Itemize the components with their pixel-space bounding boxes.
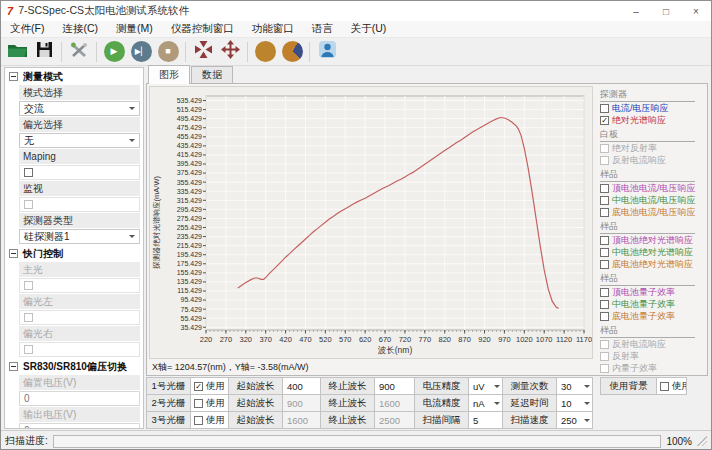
value-input[interactable]: 0: [19, 391, 140, 406]
checkbox[interactable]: [24, 313, 33, 322]
checkbox[interactable]: [600, 208, 609, 217]
menu-item-0[interactable]: 文件(F): [1, 22, 53, 36]
menu-item-6[interactable]: 关于(U): [342, 22, 396, 36]
checkbox-row[interactable]: [19, 342, 140, 357]
checkbox-row[interactable]: [19, 165, 140, 180]
save-button[interactable]: [32, 40, 56, 64]
checkbox[interactable]: [194, 416, 203, 425]
checkbox[interactable]: [600, 288, 609, 297]
checkbox[interactable]: [600, 104, 609, 113]
collapse-icon[interactable]: [9, 362, 18, 371]
start-run-button[interactable]: ▶: [102, 40, 126, 64]
start-wavelength-value[interactable]: 400: [282, 377, 321, 395]
grating-use-toggle[interactable]: 使用: [190, 411, 229, 429]
series-toggle-2-0[interactable]: 顶电池电流/电压响应: [600, 183, 703, 194]
checkbox[interactable]: [600, 300, 609, 309]
menu-item-3[interactable]: 仪器控制窗口: [162, 22, 243, 36]
series-toggle-4-1[interactable]: 中电池量子效率: [600, 299, 703, 310]
checkbox-row[interactable]: [19, 197, 140, 212]
end-wavelength-value[interactable]: 1600: [374, 394, 415, 412]
grating-use-toggle[interactable]: ✓使用: [190, 377, 229, 395]
background-use-toggle[interactable]: 使用: [656, 377, 687, 395]
user-account-button[interactable]: [315, 40, 339, 64]
dropdown-select[interactable]: 交流: [19, 101, 140, 116]
resize-grip-icon[interactable]: [697, 436, 707, 446]
param2-value[interactable]: 10: [556, 394, 593, 412]
series-toggle-1-1[interactable]: 反射电流响应: [600, 155, 703, 166]
checkbox[interactable]: [600, 260, 609, 269]
svg-text:115.429: 115.429: [177, 287, 202, 294]
checkbox[interactable]: [600, 156, 609, 165]
checkbox[interactable]: [660, 382, 669, 391]
series-toggle-3-1[interactable]: 中电池绝对光谱响应: [600, 247, 703, 258]
checkbox[interactable]: [24, 168, 33, 177]
checkbox[interactable]: [600, 236, 609, 245]
checkbox[interactable]: [600, 184, 609, 193]
settings-tools-button[interactable]: [67, 40, 91, 64]
dropdown-select[interactable]: 无: [19, 133, 140, 148]
end-wavelength-value[interactable]: 2500: [374, 411, 415, 429]
checkbox[interactable]: [24, 345, 33, 354]
param1-value[interactable]: 5: [468, 411, 503, 429]
tab-data[interactable]: 数据: [191, 66, 233, 84]
checkbox[interactable]: ✓: [600, 116, 609, 125]
series-toggle-2-2[interactable]: 底电池电流/电压响应: [600, 207, 703, 218]
close-button[interactable]: ×: [681, 1, 711, 21]
series-toggle-3-2[interactable]: 底电池绝对光谱响应: [600, 259, 703, 270]
checkbox[interactable]: [600, 312, 609, 321]
value-input[interactable]: 0: [19, 423, 140, 429]
series-toggle-5-1[interactable]: 反射率: [600, 351, 703, 362]
series-toggle-4-2[interactable]: 底电池量子效率: [600, 311, 703, 322]
end-wavelength-value[interactable]: 900: [374, 377, 415, 395]
svg-text:475.429: 475.429: [177, 124, 202, 131]
series-toggle-2-1[interactable]: 中电池电流/电压响应: [600, 195, 703, 206]
checkbox-group-title-3: 样品: [600, 220, 695, 234]
grating-use-toggle[interactable]: 使用: [190, 394, 229, 412]
checkbox[interactable]: ✓: [194, 382, 203, 391]
menu-item-4[interactable]: 功能窗口: [243, 22, 303, 36]
checkbox[interactable]: [600, 364, 609, 373]
series-toggle-5-2[interactable]: 内量子效率: [600, 363, 703, 374]
stop-run-button[interactable]: ■: [156, 40, 180, 64]
menu-item-1[interactable]: 连接(C): [53, 22, 107, 36]
menu-item-2[interactable]: 测量(M): [107, 22, 162, 36]
collapse-icon[interactable]: [9, 72, 18, 81]
section-header-2[interactable]: SR830/SR810偏压切换: [5, 358, 143, 375]
pie-chart-button[interactable]: [280, 40, 304, 64]
move-arrows-button[interactable]: [218, 40, 242, 64]
checkbox[interactable]: [600, 196, 609, 205]
checkbox-row[interactable]: [19, 278, 140, 293]
section-header-1[interactable]: 快门控制: [5, 245, 143, 262]
series-toggle-4-0[interactable]: 顶电池量子效率: [600, 287, 703, 298]
checkbox[interactable]: [24, 281, 33, 290]
checkbox[interactable]: [24, 200, 33, 209]
maximize-button[interactable]: □: [651, 1, 681, 21]
series-toggle-1-0[interactable]: 绝对反射率: [600, 143, 703, 154]
start-wavelength-value[interactable]: 900: [282, 394, 321, 412]
series-toggle-5-0[interactable]: 反射电流响应: [600, 339, 703, 350]
dropdown-select[interactable]: 硅探测器1: [19, 229, 140, 244]
checkbox-row[interactable]: [19, 310, 140, 325]
center-arrows-button[interactable]: [191, 40, 215, 64]
led-indicator-button[interactable]: [253, 40, 277, 64]
open-file-button[interactable]: [5, 40, 29, 64]
start-wavelength-value[interactable]: 1600: [282, 411, 321, 429]
step-run-button[interactable]: ▶▏: [129, 40, 153, 64]
series-toggle-0-1[interactable]: ✓绝对光谱响应: [600, 115, 703, 126]
param2-value[interactable]: 250: [556, 411, 593, 429]
checkbox[interactable]: [194, 399, 203, 408]
series-toggle-3-0[interactable]: 顶电池绝对光谱响应: [600, 235, 703, 246]
checkbox[interactable]: [600, 248, 609, 257]
param2-value[interactable]: 30: [556, 377, 593, 395]
param1-value[interactable]: uV: [468, 377, 503, 395]
checkbox[interactable]: [600, 144, 609, 153]
tab-graph[interactable]: 图形: [148, 65, 190, 84]
section-header-0[interactable]: 测量模式: [5, 68, 143, 85]
collapse-icon[interactable]: [9, 249, 18, 258]
series-toggle-0-0[interactable]: 电流/电压响应: [600, 103, 703, 114]
checkbox[interactable]: [600, 352, 609, 361]
minimize-button[interactable]: –: [621, 1, 651, 21]
param1-value[interactable]: nA: [468, 394, 503, 412]
menu-item-5[interactable]: 语言: [303, 22, 342, 36]
checkbox[interactable]: [600, 340, 609, 349]
